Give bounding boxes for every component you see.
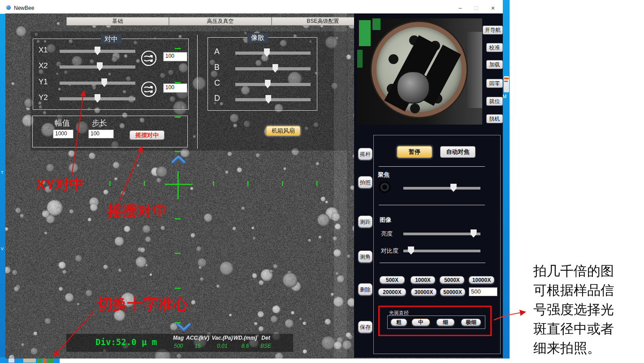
amp-input[interactable]: 1000 [53,130,73,138]
annotation-sweep-centering: 摇摆对中 [107,201,168,221]
status-value-ACC.(kV): 15 [184,343,211,349]
tool-button-保存[interactable]: 保存 [358,321,372,333]
focus-label: 聚焦 [378,171,389,179]
chamber-camera-view [357,18,482,125]
close-button[interactable]: × [486,4,500,12]
tool-button-测角[interactable]: 测角 [358,251,372,263]
tool-button-摇杆[interactable]: 摇杆 [358,148,372,160]
spot-button-细[interactable]: 细 [437,319,454,326]
sample-stub [397,71,430,104]
contrast-slider-track[interactable] [403,250,480,252]
autofocus-button[interactable]: 自动对焦 [440,146,475,158]
app-icon [6,5,11,10]
centering-label-X2: X2 [39,61,48,70]
nav-button-就位[interactable]: 就位 [486,97,503,106]
astigmatism-title: 像散 [247,33,268,43]
mag-button-1000X[interactable]: 1000X [411,276,435,284]
centering-Y1-track[interactable] [60,82,135,85]
focus-slider-track[interactable] [403,187,480,190]
brightness-label: 亮度 [381,230,393,238]
nav-button-回零[interactable]: 回零 [486,79,503,88]
status-header-Det: Det [252,335,279,341]
spot-button-中[interactable]: 中 [412,319,430,326]
wobble-y-input[interactable]: 100 [163,83,187,93]
centering-X2-track[interactable] [60,65,135,69]
wobble-x-input[interactable]: 100 [163,52,187,61]
contrast-label: 对比度 [381,247,398,255]
tab-基础[interactable]: 基础 [66,17,169,26]
desktop-strip-right [503,0,510,359]
minimize-button[interactable]: – [454,4,467,12]
titlebar[interactable]: NewBee – □ × [0,2,503,14]
sem-bright-band [334,13,347,358]
window-title: NewBee [14,5,34,11]
centering-title: 对中 [101,35,121,44]
brightness-slider-track[interactable] [403,233,480,235]
mag-button-5000X[interactable]: 5000X [440,276,464,284]
focus-knob-icon[interactable] [379,181,391,193]
step-label: 步长 [92,118,107,128]
annotation-xy-centering: XY对中 [36,175,84,194]
nav-button-校准[interactable]: 校准 [486,43,503,52]
mag-button-10000X[interactable]: 10000X [469,276,494,284]
div-readout: Div:52.0 μ m [95,337,157,347]
desktop-icon [504,76,509,92]
spot-button-粗[interactable]: 粗 [391,319,407,326]
astig-A-track[interactable] [235,52,311,55]
status-value-Det: BSE [252,343,279,349]
centering-X1-track[interactable] [60,50,135,53]
centering-label-X1: X1 [39,46,48,55]
astig-B-track[interactable] [235,67,311,70]
spot-button-极细[interactable]: 极细 [461,319,481,326]
astig-label-B: B [214,63,220,72]
centering-Y2-track[interactable] [60,97,135,100]
panel-divider [197,35,198,149]
nav-button-加载[interactable]: 加载 [486,60,503,69]
tool-button-拍照[interactable]: 拍照 [358,176,372,188]
amp-label: 幅值 [55,118,70,128]
mag-input[interactable]: 500 [469,287,497,296]
mag-button-500X[interactable]: 500X [380,276,405,284]
chassis-fan-button[interactable]: 机箱风扇 [266,126,300,136]
desktop-letter-t: T [1,170,4,175]
mag-button-20000X[interactable]: 20000X [378,288,406,296]
desktop-letter-m: M [502,94,506,99]
centering-label-Y2: Y2 [39,93,48,102]
nav-button-开导航[interactable]: 开导航 [483,26,503,35]
astig-C-track[interactable] [235,83,311,86]
mag-button-50000X[interactable]: 50000X [440,288,465,296]
desktop-strip-left [0,2,5,363]
nav-button-脱机[interactable]: 脱机 [486,114,503,123]
astig-label-D: D [214,94,220,103]
tool-button-删除[interactable]: 删除 [358,283,372,295]
maximize-button[interactable]: □ [470,4,483,12]
centering-label-Y1: Y1 [39,78,48,86]
astig-label-A: A [214,47,220,56]
astig-D-track[interactable] [235,98,311,101]
desktop-letter-v: V [1,246,4,251]
sweep-centering-button[interactable]: 摇摆对中 [130,130,164,140]
pause-button[interactable]: 暂停 [397,146,432,158]
status-header-ACC.(kV): ACC.(kV) [184,335,211,341]
tool-button-测距[interactable]: 测距 [358,216,372,228]
astig-label-C: C [214,78,220,88]
tab-高压及真空[interactable]: 高压及真空 [169,17,272,26]
image-section-label: 图像 [380,216,391,224]
annotation-toggle-crosshair: 切换十字准心 [97,294,188,315]
annotation-note: 拍几千倍的图可根据样品信号强度选择光斑直径中或者细来拍照。 [533,261,617,358]
mag-button-30000X[interactable]: 30000X [411,288,437,296]
step-input[interactable]: 100 [88,130,114,138]
